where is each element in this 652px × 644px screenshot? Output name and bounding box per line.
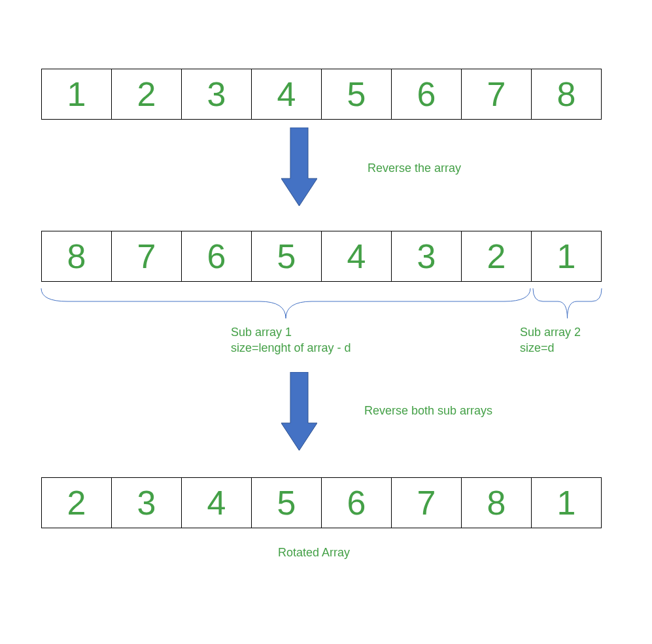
array-rotated: 2 3 4 5 6 7 8 1: [41, 477, 602, 528]
array-reversed: 8 7 6 5 4 3 2 1: [41, 231, 602, 282]
cell: 4: [181, 477, 252, 528]
label-reverse-subarrays: Reverse both sub arrays: [364, 403, 492, 418]
label-subarray-2: Sub array 2 size=d: [520, 324, 581, 356]
cell: 2: [111, 69, 182, 120]
cell: 3: [111, 477, 182, 528]
arrow-down-icon: [281, 127, 317, 206]
cell: 8: [531, 69, 602, 120]
cell: 6: [181, 231, 252, 282]
cell: 4: [251, 69, 322, 120]
cell: 2: [41, 477, 112, 528]
cell: 5: [251, 231, 322, 282]
arrow-down-icon: [281, 372, 317, 450]
cell: 8: [461, 477, 532, 528]
cell: 6: [391, 69, 462, 120]
brace-subarray-2: [533, 286, 602, 325]
svg-marker-0: [281, 127, 317, 206]
cell: 7: [461, 69, 532, 120]
cell: 8: [41, 231, 112, 282]
cell: 3: [391, 231, 462, 282]
cell: 1: [531, 477, 602, 528]
array-original: 1 2 3 4 5 6 7 8: [41, 69, 602, 120]
cell: 2: [461, 231, 532, 282]
cell: 3: [181, 69, 252, 120]
label-subarray-1: Sub array 1 size=lenght of array - d: [231, 324, 351, 356]
cell: 5: [251, 477, 322, 528]
cell: 6: [321, 477, 392, 528]
brace-subarray-1: [41, 286, 530, 325]
cell: 1: [531, 231, 602, 282]
cell: 4: [321, 231, 392, 282]
cell: 7: [391, 477, 462, 528]
svg-marker-1: [281, 372, 317, 450]
label-rotated-array: Rotated Array: [278, 545, 350, 560]
cell: 7: [111, 231, 182, 282]
cell: 5: [321, 69, 392, 120]
label-reverse-array: Reverse the array: [368, 160, 461, 176]
cell: 1: [41, 69, 112, 120]
